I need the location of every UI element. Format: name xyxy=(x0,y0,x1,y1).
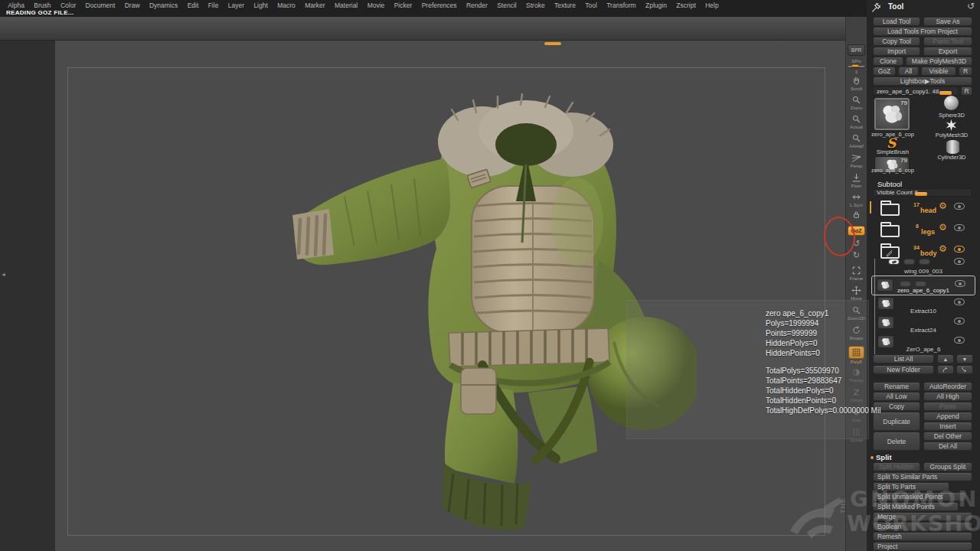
eye-icon[interactable] xyxy=(954,203,965,210)
menu-tool[interactable]: Tool xyxy=(580,2,602,9)
tray-collapse-icon[interactable]: ◄ xyxy=(1,272,6,277)
menu-draw[interactable]: Draw xyxy=(120,2,145,9)
rename-button[interactable]: Rename xyxy=(873,382,920,391)
menu-material[interactable]: Material xyxy=(330,2,363,9)
zoom-button[interactable]: Zoom xyxy=(847,94,866,110)
move-to-folder-button[interactable] xyxy=(937,365,954,374)
menu-document[interactable]: Document xyxy=(80,2,119,9)
eye-icon[interactable] xyxy=(954,224,965,231)
copy-tool-button[interactable]: Copy Tool xyxy=(873,37,920,46)
split-hidden-button[interactable]: Split Hidden xyxy=(873,462,920,471)
gear-icon[interactable]: ⚙ xyxy=(939,201,947,210)
lightbox-tools-button[interactable]: Lightbox▶Tools xyxy=(873,77,972,86)
new-folder-button[interactable]: New Folder xyxy=(873,365,934,374)
save-as-button[interactable]: Save As xyxy=(923,17,972,26)
eye-icon[interactable] xyxy=(955,280,965,287)
menu-file[interactable]: File xyxy=(203,2,223,9)
split-unmasked-points-button[interactable]: Split Unmasked Points xyxy=(873,492,966,501)
move3d-button[interactable]: Move xyxy=(847,285,866,301)
goz-r-button[interactable]: R xyxy=(959,67,972,76)
toggle-icon[interactable] xyxy=(915,281,926,287)
menu-edit[interactable]: Edit xyxy=(182,2,203,9)
menu-alpha[interactable]: Alpha xyxy=(3,2,29,9)
del-other-button[interactable]: Del Other xyxy=(923,432,972,441)
boolean-button[interactable]: Boolean xyxy=(873,522,972,531)
menu-macro[interactable]: Macro xyxy=(273,2,300,9)
menu-stroke[interactable]: Stroke xyxy=(521,2,550,9)
groups-split-button[interactable]: Groups Split xyxy=(923,462,972,471)
floor-button[interactable]: Floor xyxy=(847,172,866,188)
subtool-down-button[interactable]: ▼ xyxy=(956,354,973,364)
gear-icon[interactable]: ⚙ xyxy=(939,223,947,232)
local-lock-button[interactable] xyxy=(847,209,866,220)
move-out-folder-button[interactable] xyxy=(956,365,973,374)
menu-help[interactable]: Help xyxy=(701,2,724,9)
remesh-button[interactable]: Remesh xyxy=(873,532,972,541)
tool-r-button[interactable]: R xyxy=(961,86,972,96)
eye-icon[interactable] xyxy=(954,258,965,265)
del-all-button[interactable]: Del All xyxy=(923,442,972,451)
autoreorder-button[interactable]: AutoReorder xyxy=(923,382,972,391)
paste-subtool-button[interactable]: Paste xyxy=(923,402,972,411)
sphere3d-icon[interactable] xyxy=(944,96,959,110)
spix-slider[interactable]: SPix 3 xyxy=(847,58,866,74)
eye-icon[interactable] xyxy=(954,298,965,305)
split-to-similar-parts-button[interactable]: Split To Similar Parts xyxy=(873,472,972,481)
menu-stencil[interactable]: Stencil xyxy=(492,2,521,9)
brush-toggle-icon[interactable] xyxy=(888,259,900,265)
visible-count-handle[interactable] xyxy=(915,192,927,196)
menu-texture[interactable]: Texture xyxy=(550,2,580,9)
menu-zscript[interactable]: Zscript xyxy=(671,2,701,9)
scroll-button[interactable]: Scroll xyxy=(847,75,866,91)
list-all-button[interactable]: List All xyxy=(873,354,934,364)
menu-brush[interactable]: Brush xyxy=(29,2,56,9)
all-high-button[interactable]: All High xyxy=(923,392,972,401)
gear-icon[interactable]: ⚙ xyxy=(939,244,947,253)
eye-icon[interactable] xyxy=(954,246,965,253)
goz-visible-button[interactable]: Visible xyxy=(921,67,956,76)
split-title[interactable]: Split xyxy=(876,453,892,461)
paste-tool-button[interactable]: Paste Tool xyxy=(923,37,972,46)
toggle-icon[interactable] xyxy=(903,259,915,265)
menu-light[interactable]: Light xyxy=(249,2,273,9)
lsym-button[interactable]: L.Sym xyxy=(847,191,866,207)
cylinder3d-icon[interactable] xyxy=(946,140,959,154)
load-tools-from-project-button[interactable]: Load Tools From Project xyxy=(873,27,972,36)
split-to-parts-button[interactable]: Split To Parts xyxy=(873,482,949,491)
menu-movie[interactable]: Movie xyxy=(362,2,389,9)
active-tool-slider[interactable]: zero_ape_6_copy1. 48 xyxy=(873,86,959,96)
palette-refresh-icon[interactable]: ↺ xyxy=(967,1,975,11)
append-button[interactable]: Append xyxy=(923,412,972,421)
load-tool-button[interactable]: Load Tool xyxy=(873,17,920,26)
menu-preferences[interactable]: Preferences xyxy=(417,2,462,9)
aahalf-button[interactable]: AAHalf xyxy=(847,132,866,148)
visible-count-slider[interactable]: Visible Count 8 xyxy=(873,188,972,197)
menu-transform[interactable]: Transform xyxy=(602,2,641,9)
make-polymesh3d-button[interactable]: Make PolyMesh3D xyxy=(906,57,972,66)
menu-picker[interactable]: Picker xyxy=(390,2,417,9)
frame-button[interactable]: Frame xyxy=(847,265,866,281)
insert-button[interactable]: Insert xyxy=(923,422,972,431)
all-low-button[interactable]: All Low xyxy=(873,392,920,401)
project-button[interactable]: Project xyxy=(873,542,972,551)
actual-button[interactable]: Actual xyxy=(847,113,866,129)
eye-icon[interactable] xyxy=(954,337,965,344)
menu-marker[interactable]: Marker xyxy=(300,2,330,9)
delete-button[interactable]: Delete xyxy=(873,432,920,451)
menu-dynamics[interactable]: Dynamics xyxy=(145,2,183,9)
export-button[interactable]: Export xyxy=(923,47,972,56)
goz-all-button[interactable]: All xyxy=(898,67,919,76)
toggle-icon[interactable] xyxy=(900,281,911,287)
polymesh3d-star-icon[interactable] xyxy=(945,119,958,132)
menu-layer[interactable]: Layer xyxy=(224,2,250,9)
menu-render[interactable]: Render xyxy=(462,2,492,9)
lightbox-divider-handle[interactable] xyxy=(544,42,561,45)
active-tool-slider-handle[interactable] xyxy=(939,91,952,95)
menu-color[interactable]: Color xyxy=(56,2,81,9)
persp-button[interactable]: Persp xyxy=(847,152,866,168)
import-button[interactable]: Import xyxy=(873,47,920,56)
merge-button[interactable]: Merge xyxy=(873,512,972,521)
subtool-up-button[interactable]: ▲ xyxy=(937,354,954,364)
bpr-button[interactable]: BPR xyxy=(847,44,866,56)
split-masked-points-button[interactable]: Split Masked Points xyxy=(873,502,959,511)
